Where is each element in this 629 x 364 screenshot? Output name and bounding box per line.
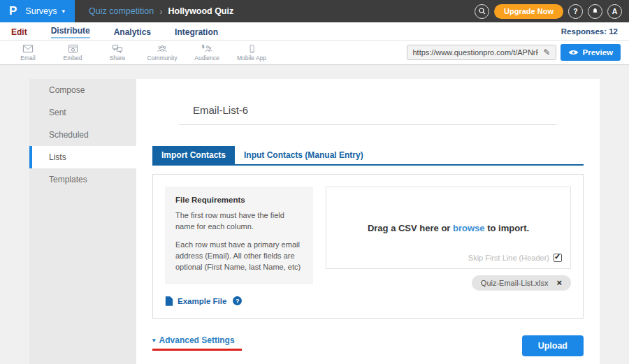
tab-import-contacts[interactable]: Import Contacts — [152, 146, 235, 164]
survey-url-group: ✎ Preview — [407, 44, 621, 61]
remove-file-icon[interactable]: × — [556, 279, 562, 286]
dropzone-text-after: to import. — [485, 223, 530, 233]
channel-embed-label: Embed — [64, 54, 82, 61]
notifications-button[interactable] — [588, 4, 602, 19]
audience-icon: $ — [201, 44, 212, 54]
dropzone-text: Drag a CSV here or browse to import. — [368, 223, 529, 233]
responses-count[interactable]: Responses: 12 — [561, 27, 618, 36]
surveys-menu[interactable]: Surveys ▾ — [25, 6, 65, 16]
tab-input-contacts[interactable]: Input Contacts (Manual Entry) — [235, 146, 373, 164]
sidebar-item-sent[interactable]: Sent — [29, 101, 136, 124]
upgrade-now-button[interactable]: Upgrade Now — [494, 4, 563, 19]
browse-link[interactable]: browse — [453, 223, 485, 233]
channel-mobile-app[interactable]: Mobile App — [229, 44, 274, 61]
survey-url-box: ✎ — [407, 45, 556, 60]
channel-community-label: Community — [147, 54, 178, 61]
email-icon — [22, 44, 34, 54]
lists-main-panel: Import Contacts Input Contacts (Manual E… — [136, 79, 600, 364]
embed-icon — [68, 44, 78, 54]
dropzone-text-before: Drag a CSV here or — [368, 223, 453, 233]
file-requirements-line2: Each row must have a primary email addre… — [175, 240, 303, 273]
preview-button[interactable]: Preview — [561, 44, 621, 61]
example-file-row: Example File ? — [165, 296, 313, 306]
channel-mobile-label: Mobile App — [237, 54, 266, 61]
annotation-red-underline — [152, 349, 242, 351]
mobile-icon — [247, 44, 256, 54]
search-icon — [478, 7, 486, 15]
channel-email[interactable]: Email — [6, 44, 50, 61]
avatar[interactable]: A — [607, 4, 622, 19]
breadcrumb-separator-icon: › — [159, 6, 162, 17]
nav-integration[interactable]: Integration — [175, 26, 218, 37]
sidebar-item-templates[interactable]: Templates — [29, 168, 136, 191]
file-requirements-line1: The first row must have the field name f… — [175, 210, 303, 233]
channel-share[interactable]: Share — [95, 44, 140, 61]
list-name-field-wrap — [179, 104, 556, 125]
eye-icon — [568, 49, 579, 56]
skip-first-line-row: Skip First Line (Header) — [468, 254, 562, 262]
breadcrumb-survey-name[interactable]: Hollywood Quiz — [168, 6, 233, 16]
page-body: Compose Sent Scheduled Lists Templates I… — [0, 65, 629, 364]
preview-button-label: Preview — [583, 48, 613, 57]
bell-icon — [591, 7, 599, 15]
top-header: P Surveys ▾ Quiz competition › Hollywood… — [0, 0, 629, 22]
community-icon — [157, 44, 168, 54]
email-sidebar: Compose Sent Scheduled Lists Templates — [29, 79, 136, 364]
document-icon — [165, 296, 173, 306]
import-left-column: File Requirements The first row must hav… — [165, 187, 313, 306]
channel-embed[interactable]: Embed — [50, 44, 95, 61]
contacts-tabs: Import Contacts Input Contacts (Manual E… — [152, 146, 584, 166]
channel-audience-label: Audience — [194, 54, 219, 61]
skip-first-line-label: Skip First Line (Header) — [468, 254, 549, 262]
uploaded-file-name: Quiz-Email-List.xlsx — [481, 279, 549, 287]
breadcrumb: Quiz competition › Hollywood Quiz — [89, 6, 233, 17]
channel-share-label: Share — [110, 54, 126, 61]
nav-distribute[interactable]: Distribute — [51, 24, 90, 38]
advanced-settings-toggle[interactable]: ▾ Advanced Settings — [152, 335, 242, 351]
product-switcher[interactable]: P Surveys ▾ — [0, 0, 75, 22]
import-contacts-panel: File Requirements The first row must hav… — [152, 174, 584, 319]
nav-analytics[interactable]: Analytics — [114, 26, 151, 37]
sidebar-item-lists[interactable]: Lists — [29, 146, 136, 168]
advanced-settings-inner: ▾ Advanced Settings — [152, 335, 242, 345]
search-button[interactable] — [475, 4, 489, 19]
advanced-settings-row: ▾ Advanced Settings Upload — [152, 335, 584, 356]
nav-edit[interactable]: Edit — [11, 26, 27, 37]
survey-nav: Edit Distribute Analytics Integration Re… — [0, 22, 629, 41]
channel-buttons: Email Embed Share — [6, 44, 274, 61]
uploaded-file-row: Quiz-Email-List.xlsx × — [326, 275, 571, 291]
csv-dropzone[interactable]: Drag a CSV here or browse to import. Ski… — [326, 187, 571, 269]
advanced-settings-label: Advanced Settings — [159, 335, 235, 345]
share-icon — [112, 44, 123, 54]
surveys-menu-label: Surveys — [25, 6, 57, 16]
skip-first-line-checkbox[interactable] — [554, 254, 562, 262]
uploaded-file-chip: Quiz-Email-List.xlsx × — [472, 275, 571, 291]
caret-down-icon: ▾ — [152, 337, 156, 344]
help-button[interactable]: ? — [568, 4, 583, 19]
example-file-help-icon[interactable]: ? — [233, 296, 242, 305]
distribute-toolbar: Email Embed Share — [0, 41, 629, 65]
list-name-input[interactable] — [179, 104, 556, 124]
sidebar-item-scheduled[interactable]: Scheduled — [29, 124, 136, 146]
channel-email-label: Email — [20, 54, 35, 61]
file-requirements-title: File Requirements — [175, 196, 303, 204]
questionpro-logo: P — [9, 4, 17, 18]
edit-url-icon[interactable]: ✎ — [543, 48, 550, 57]
channel-audience[interactable]: $ Audience — [185, 44, 229, 61]
svg-text:$: $ — [202, 44, 205, 50]
upload-button[interactable]: Upload — [522, 335, 584, 356]
import-right-column: Drag a CSV here or browse to import. Ski… — [326, 187, 571, 306]
channel-community[interactable]: Community — [140, 44, 185, 61]
example-file-link[interactable]: Example File — [178, 297, 226, 305]
file-requirements-box: File Requirements The first row must hav… — [165, 187, 313, 284]
chevron-down-icon: ▾ — [62, 8, 66, 15]
sidebar-item-compose[interactable]: Compose — [29, 79, 136, 101]
survey-url-input[interactable] — [412, 48, 538, 57]
breadcrumb-folder[interactable]: Quiz competition — [89, 6, 154, 16]
header-actions: Upgrade Now ? A — [475, 4, 629, 19]
